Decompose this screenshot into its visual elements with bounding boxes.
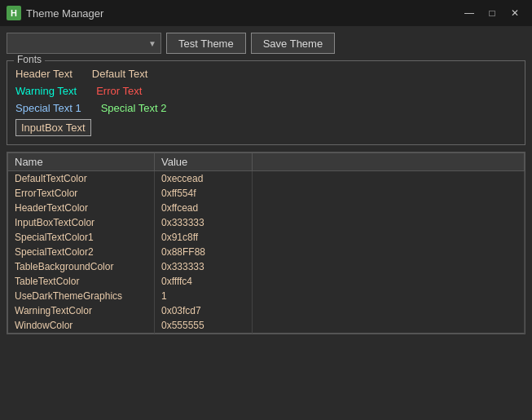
table-row: UseDarkThemeGraphics 1 bbox=[8, 289, 525, 303]
warning-text-row: Warning Text Error Text bbox=[15, 85, 517, 97]
row-name: WarningTextColor bbox=[8, 303, 155, 318]
table-row: TableTextColor 0xffffc4 bbox=[8, 274, 525, 289]
row-name: UseDarkThemeGraphics bbox=[8, 289, 155, 303]
table-row: TableBackgroundColor 0x333333 bbox=[8, 259, 525, 274]
row-name: ErrorTextColor bbox=[8, 186, 155, 201]
table-header-row: Name Value bbox=[8, 153, 525, 171]
table-row: HeaderTextColor 0xffcead bbox=[8, 201, 525, 215]
table-row: ErrorTextColor 0xff554f bbox=[8, 186, 525, 201]
row-extra bbox=[253, 303, 525, 318]
col-header-name: Name bbox=[8, 153, 155, 171]
table-row: DefaultTextColor 0xeccead bbox=[8, 171, 525, 187]
table-row: WindowColor 0x555555 bbox=[8, 318, 525, 334]
row-extra bbox=[253, 230, 525, 245]
save-theme-button[interactable]: Save Theme bbox=[251, 33, 335, 54]
row-extra bbox=[253, 186, 525, 201]
data-table-container: Name Value DefaultTextColor 0xeccead Err… bbox=[7, 152, 525, 334]
color-table: Name Value DefaultTextColor 0xeccead Err… bbox=[7, 153, 525, 334]
col-header-extra bbox=[253, 153, 525, 171]
row-extra bbox=[253, 245, 525, 259]
app-icon: H bbox=[7, 6, 21, 20]
row-name: TableBackgroundColor bbox=[8, 259, 155, 274]
row-name: TableTextColor bbox=[8, 274, 155, 289]
row-extra bbox=[253, 171, 525, 187]
row-value: 0x555555 bbox=[155, 318, 253, 334]
row-value: 0x88FF88 bbox=[155, 245, 253, 259]
special-text-label: Special Text 1 bbox=[15, 102, 81, 114]
row-name: WindowColor bbox=[8, 318, 155, 334]
row-name: SpecialTextColor1 bbox=[8, 230, 155, 245]
window-controls: — □ ✕ bbox=[459, 5, 525, 21]
title-bar: H Theme Manager — □ ✕ bbox=[0, 0, 532, 26]
maximize-button[interactable]: □ bbox=[481, 5, 503, 21]
table-row: SpecialTextColor1 0x91c8ff bbox=[8, 230, 525, 245]
row-name: HeaderTextColor bbox=[8, 201, 155, 215]
test-theme-button[interactable]: Test Theme bbox=[166, 33, 246, 54]
toolbar: ▼ Test Theme Save Theme bbox=[7, 33, 525, 54]
row-value: 0xeccead bbox=[155, 171, 253, 187]
warning-text-value: Error Text bbox=[96, 85, 142, 97]
row-extra bbox=[253, 289, 525, 303]
table-row: InputBoxTextColor 0x333333 bbox=[8, 215, 525, 230]
header-text-value: Default Text bbox=[92, 68, 147, 80]
row-extra bbox=[253, 201, 525, 215]
fonts-legend: Fonts bbox=[14, 54, 45, 65]
close-button[interactable]: ✕ bbox=[504, 5, 525, 21]
special-text-value: Special Text 2 bbox=[101, 102, 167, 114]
row-value: 0x333333 bbox=[155, 259, 253, 274]
row-value: 0x333333 bbox=[155, 215, 253, 230]
row-extra bbox=[253, 318, 525, 334]
table-row: WarningTextColor 0x03fcd7 bbox=[8, 303, 525, 318]
row-value: 0x91c8ff bbox=[155, 230, 253, 245]
row-value: 0xff554f bbox=[155, 186, 253, 201]
inputbox-row: InputBox Text bbox=[15, 119, 517, 136]
theme-dropdown-wrapper: ▼ bbox=[7, 33, 161, 54]
row-value: 1 bbox=[155, 289, 253, 303]
row-name: InputBoxTextColor bbox=[8, 215, 155, 230]
row-value: 0xffffc4 bbox=[155, 274, 253, 289]
row-value: 0x03fcd7 bbox=[155, 303, 253, 318]
window-title: Theme Manager bbox=[26, 7, 459, 20]
row-name: DefaultTextColor bbox=[8, 171, 155, 187]
row-extra bbox=[253, 259, 525, 274]
warning-text-label: Warning Text bbox=[15, 85, 77, 97]
theme-dropdown[interactable] bbox=[7, 33, 161, 54]
table-row: SpecialTextColor2 0x88FF88 bbox=[8, 245, 525, 259]
special-text-row: Special Text 1 Special Text 2 bbox=[15, 102, 517, 114]
row-name: SpecialTextColor2 bbox=[8, 245, 155, 259]
row-extra bbox=[253, 274, 525, 289]
header-text-row: Header Text Default Text bbox=[15, 68, 517, 80]
fonts-group: Fonts Header Text Default Text Warning T… bbox=[7, 60, 525, 145]
minimize-button[interactable]: — bbox=[459, 5, 480, 21]
main-content: ▼ Test Theme Save Theme Fonts Header Tex… bbox=[0, 26, 532, 341]
inputbox-demo: InputBox Text bbox=[15, 119, 91, 136]
header-text-label: Header Text bbox=[15, 68, 73, 80]
col-header-value: Value bbox=[155, 153, 253, 171]
row-value: 0xffcead bbox=[155, 201, 253, 215]
row-extra bbox=[253, 215, 525, 230]
